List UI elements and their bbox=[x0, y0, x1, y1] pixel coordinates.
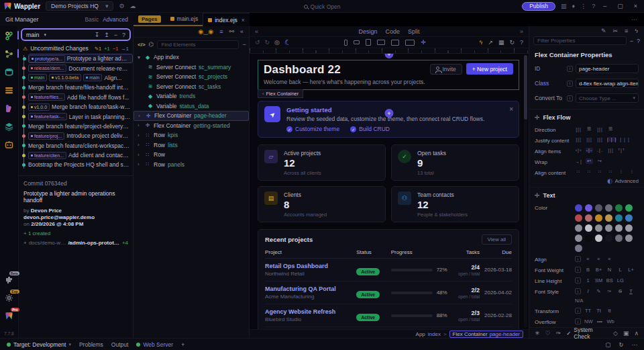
database-panel-icon[interactable] bbox=[4, 67, 15, 77]
server-panel-icon[interactable] bbox=[4, 85, 15, 95]
commit-row[interactable]: feature/task-...Layer in task planning, … bbox=[28, 112, 133, 121]
color-swatch[interactable] bbox=[605, 204, 612, 212]
device-phone-landscape-icon[interactable] bbox=[354, 40, 360, 44]
color-swatch[interactable] bbox=[595, 234, 602, 242]
nowrap-icon[interactable]: →| bbox=[575, 159, 582, 164]
customize-theme-link[interactable]: ✓Customize theme bbox=[286, 126, 339, 132]
tab-main-ejs[interactable]: main.ejs bbox=[166, 13, 203, 25]
help-icon[interactable]: ? bbox=[637, 38, 640, 44]
device-phone-icon[interactable] bbox=[344, 40, 347, 46]
tree-item-row[interactable]: ›∷Row bbox=[133, 150, 249, 160]
problems-button[interactable]: Problems bbox=[79, 341, 103, 348]
tree-item-row[interactable]: ›∷Rowkpis bbox=[133, 130, 249, 140]
text-align-center-icon[interactable]: ≡ bbox=[595, 257, 602, 261]
commit-row[interactable]: release/dem...Document release-readi... bbox=[28, 63, 133, 73]
line-height-sm[interactable]: SM bbox=[595, 277, 602, 283]
tree-item-variable[interactable]: ◆Variablestatus_data bbox=[133, 101, 249, 112]
undo-icon[interactable]: ↺ bbox=[255, 39, 260, 46]
collapse-icon[interactable]: − bbox=[114, 32, 117, 38]
color-swatch[interactable] bbox=[575, 245, 582, 252]
add-element-button[interactable]: + bbox=[385, 109, 394, 118]
direction-row-reverse-icon[interactable]: ||| bbox=[596, 127, 604, 132]
color-swatch[interactable] bbox=[585, 214, 592, 222]
git-mode-advanced[interactable]: Advanced bbox=[103, 16, 128, 23]
commit-row[interactable]: feature/clien...Add client and contact r… bbox=[28, 150, 133, 160]
mode-split[interactable]: Split bbox=[408, 28, 420, 35]
lowercase-icon[interactable]: tt bbox=[606, 308, 613, 314]
breadcrumb-app[interactable]: App bbox=[416, 331, 425, 337]
color-swatch[interactable] bbox=[605, 224, 612, 232]
tree-item-app-index[interactable]: ▾◆App index bbox=[133, 52, 249, 62]
eraser-icon[interactable]: ◇ bbox=[613, 330, 618, 337]
refresh-icon[interactable]: ↻ bbox=[509, 39, 515, 46]
strikethrough-icon[interactable]: S bbox=[616, 288, 624, 294]
cut-icon[interactable]: ✂ bbox=[612, 28, 618, 34]
content-around-icon[interactable]: ⫶ bbox=[618, 169, 625, 175]
git-panel-icon[interactable] bbox=[4, 30, 15, 41]
font-weight-normal[interactable]: N bbox=[606, 267, 613, 273]
vertical-scrollbar[interactable] bbox=[524, 55, 527, 328]
pen-icon[interactable]: ✑ bbox=[606, 288, 613, 294]
color-swatch[interactable] bbox=[585, 234, 592, 242]
content-end-icon[interactable]: ∷ bbox=[596, 169, 604, 175]
color-swatch[interactable] bbox=[625, 214, 633, 222]
invite-button[interactable]: Invite bbox=[430, 64, 462, 75]
color-swatch[interactable] bbox=[585, 224, 592, 232]
web-server-status[interactable]: Web Server bbox=[136, 341, 173, 348]
add-element-button[interactable]: + bbox=[385, 54, 394, 58]
color-swatch[interactable] bbox=[615, 214, 623, 222]
list-view-icon[interactable]: ≡ bbox=[219, 28, 223, 35]
justify-between-icon[interactable]: | | | bbox=[607, 137, 616, 142]
commit-row[interactable]: mainv1.1.0-betamainAlign... bbox=[28, 73, 133, 83]
overflow-wordbreak[interactable]: Wb bbox=[607, 318, 614, 324]
color-swatch[interactable] bbox=[615, 204, 623, 212]
convert-to-select[interactable]: Choose Type ...▾ bbox=[576, 93, 639, 103]
tree-item-flex-container-selected[interactable]: ›✛Flex Containerpage-header bbox=[133, 111, 249, 121]
view-all-button[interactable]: View all bbox=[482, 234, 512, 245]
settings-gear-icon[interactable]: ⚙ bbox=[119, 3, 124, 9]
content-stretch-icon[interactable]: ⫶ bbox=[629, 169, 636, 175]
layers-panel-icon[interactable] bbox=[4, 121, 15, 132]
help-icon[interactable]: ? bbox=[592, 3, 595, 9]
line-height-1[interactable]: 1 bbox=[584, 277, 592, 283]
wappler-pro-icon[interactable]: Pro bbox=[4, 310, 15, 321]
brush-icon[interactable]: ✑ bbox=[556, 330, 561, 337]
tab-close-icon[interactable]: × bbox=[241, 17, 245, 24]
breadcrumb-selected-element[interactable]: Flex Containerpage-header bbox=[449, 331, 523, 338]
content-between-icon[interactable]: ∷ bbox=[607, 169, 614, 175]
tree-item-row[interactable]: ›∷Rowpanels bbox=[133, 160, 249, 170]
open-in-browser-icon[interactable]: ↗ bbox=[488, 39, 493, 46]
redo-icon[interactable]: ↻ bbox=[265, 39, 270, 46]
commit-row[interactable]: prototype/a...Prototype a lighter admi..… bbox=[28, 54, 133, 63]
code-icon[interactable]: </> bbox=[138, 42, 146, 48]
tree-item-server-connect[interactable]: ≋Server Connectsc_projects bbox=[133, 72, 249, 82]
color-swatch[interactable] bbox=[615, 224, 623, 232]
overflow-nowrap[interactable]: NW bbox=[584, 318, 593, 324]
color-swatch[interactable] bbox=[625, 204, 633, 212]
actions-bolt-icon[interactable]: ϟ bbox=[635, 28, 638, 34]
underline-icon[interactable]: T bbox=[627, 288, 635, 294]
font-weight-bold[interactable]: B bbox=[584, 267, 592, 273]
close-icon[interactable]: × bbox=[509, 105, 513, 113]
device-desktop-icon[interactable] bbox=[391, 40, 399, 46]
collapse-left-icon[interactable]: « bbox=[255, 28, 258, 35]
tree-item-row[interactable]: ›∷Rowlists bbox=[133, 140, 249, 150]
target-selector[interactable]: Target: Development▾ bbox=[7, 341, 71, 348]
actions-bolt-icon[interactable]: ϟ bbox=[480, 39, 483, 46]
commit-row[interactable]: v1.0.0Merge branch feature/task-wor... bbox=[28, 102, 133, 112]
dark-mode-icon[interactable]: ☾ bbox=[284, 38, 291, 47]
content-start-icon[interactable]: ∷ bbox=[575, 169, 582, 175]
color-swatch[interactable] bbox=[605, 234, 612, 242]
window-close-button[interactable]: × bbox=[631, 3, 640, 9]
device-laptop-icon[interactable] bbox=[377, 40, 385, 45]
color-swatch[interactable] bbox=[585, 204, 592, 212]
stop-icon[interactable]: ▢ bbox=[605, 341, 610, 348]
filter-properties-input[interactable] bbox=[533, 36, 627, 45]
split-view-icon[interactable]: ▥ bbox=[561, 3, 567, 9]
selected-element-tag[interactable]: ‹Flex Container bbox=[258, 89, 303, 98]
content-center-icon[interactable]: ∷ bbox=[586, 169, 593, 175]
mode-code[interactable]: Code bbox=[385, 28, 400, 35]
table-row[interactable]: Manufacturing QA PortalAcme Manufacturin… bbox=[265, 281, 512, 304]
output-button[interactable]: Output bbox=[111, 341, 129, 348]
system-check-button[interactable]: ✓System Check bbox=[566, 326, 608, 340]
